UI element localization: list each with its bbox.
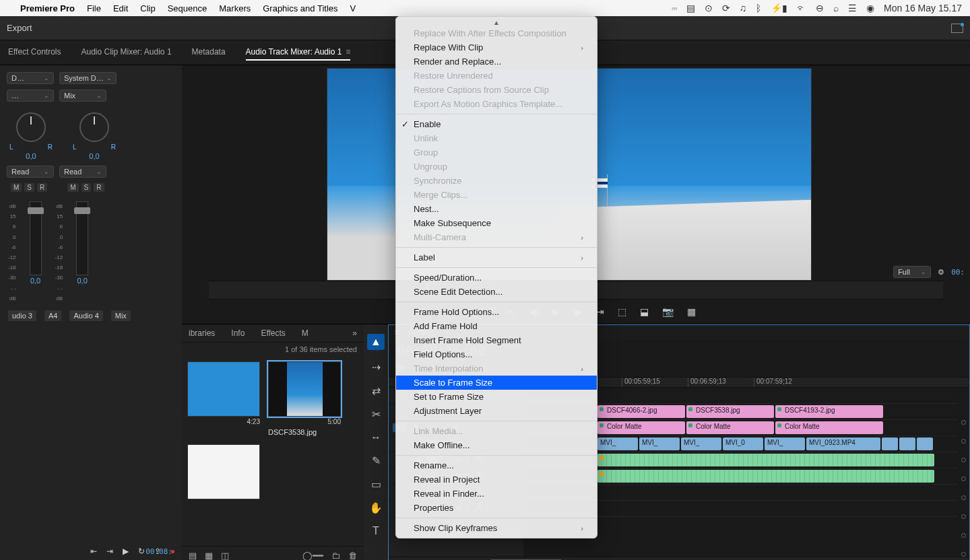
tab-effects[interactable]: Effects: [261, 328, 285, 338]
workspace-layout-icon[interactable]: [951, 24, 963, 33]
tab-libraries[interactable]: ibraries: [189, 328, 215, 338]
tab-audio-clip-mixer[interactable]: Audio Clip Mixer: Audio 1: [81, 44, 171, 61]
spotlight-icon[interactable]: ⌕: [833, 3, 839, 13]
fader-2[interactable]: [76, 201, 88, 275]
menu-file[interactable]: File: [87, 3, 101, 13]
send-dropdown-2[interactable]: Mix⌄: [59, 90, 106, 102]
track-select-tool-icon[interactable]: ⇢: [372, 361, 381, 374]
ctx-item[interactable]: Insert Frame Hold Segment: [396, 333, 597, 347]
scroll-up-icon[interactable]: ▲: [396, 20, 597, 26]
razor-tool-icon[interactable]: ✂: [372, 408, 381, 421]
extract-icon[interactable]: ⬓: [640, 306, 649, 317]
lift-icon[interactable]: ⬚: [618, 306, 626, 317]
ctx-item[interactable]: Label›: [396, 250, 597, 265]
timeline-hscroll[interactable]: [389, 557, 969, 560]
playback-icon[interactable]: ⊙: [705, 3, 713, 13]
pan-knob-1[interactable]: [16, 112, 46, 142]
icon-view-icon[interactable]: ▦: [205, 551, 213, 560]
output-dropdown-2[interactable]: System D…⌄: [59, 72, 117, 84]
automation-mode-1[interactable]: Read⌄: [7, 166, 54, 178]
siri-icon[interactable]: ◉: [866, 3, 874, 13]
ctx-item[interactable]: ✓Enable: [396, 117, 597, 131]
output-dropdown-1[interactable]: D…⌄: [7, 72, 54, 84]
ctx-item[interactable]: Speed/Duration...: [396, 271, 597, 285]
ctx-item[interactable]: Set to Frame Size: [396, 390, 597, 404]
list-view-icon[interactable]: ▤: [189, 551, 197, 560]
tab-more[interactable]: M: [302, 328, 309, 338]
freeform-view-icon[interactable]: ◫: [221, 551, 229, 560]
ctx-item[interactable]: Frame Hold Options...: [396, 305, 597, 319]
msr-buttons-2[interactable]: MSR: [67, 183, 104, 192]
app-name[interactable]: Premiere Pro: [20, 3, 75, 13]
menu-clip[interactable]: Clip: [140, 3, 155, 13]
ctx-item[interactable]: Add Frame Hold: [396, 319, 597, 333]
user-icon[interactable]: ⊖: [816, 3, 824, 13]
pan-value-1[interactable]: 0,0: [26, 152, 36, 160]
ctx-item[interactable]: Show Clip Keyframes›: [396, 521, 597, 535]
workspace-label[interactable]: Export: [7, 23, 32, 33]
clip[interactable]: DSCF4066-2.jpg: [597, 405, 685, 418]
ctx-item[interactable]: Render and Replace...: [396, 55, 597, 69]
ctx-item[interactable]: Adjustment Layer: [396, 404, 597, 418]
control-center-icon[interactable]: ☰: [848, 3, 857, 13]
headphones-icon[interactable]: ♫: [740, 3, 747, 13]
selection-tool-icon[interactable]: ▲: [367, 334, 385, 350]
menu-graphics[interactable]: Graphics and Titles: [263, 3, 337, 13]
ctx-item[interactable]: Scale to Frame Size: [396, 376, 597, 390]
go-to-out-icon[interactable]: ⇥: [106, 547, 113, 556]
clip[interactable]: MVI_0923.MP4: [806, 438, 880, 450]
new-bin-icon[interactable]: 🗀: [331, 551, 340, 560]
menu-markers[interactable]: Markers: [219, 3, 251, 13]
bin-item[interactable]: 5:00 DSCF3538.jpg: [268, 361, 341, 436]
clip[interactable]: Color Matte: [597, 421, 685, 434]
status-icon-2[interactable]: ▤: [686, 3, 695, 13]
type-tool-icon[interactable]: T: [373, 525, 379, 537]
send-dropdown-1[interactable]: …⌄: [7, 90, 54, 102]
clip[interactable]: Color Matte: [686, 421, 774, 434]
ctx-item[interactable]: Properties: [396, 501, 597, 515]
tab-effect-controls[interactable]: Effect Controls: [8, 44, 61, 61]
automation-mode-2[interactable]: Read⌄: [59, 166, 106, 178]
trash-icon[interactable]: 🗑: [348, 551, 357, 560]
rectangle-tool-icon[interactable]: ▭: [371, 478, 381, 491]
tab-metadata[interactable]: Metadata: [192, 44, 226, 61]
bluetooth-icon[interactable]: ᛒ: [756, 3, 761, 13]
msr-buttons-1[interactable]: MSR: [11, 183, 47, 192]
clip[interactable]: MVI_: [597, 438, 638, 450]
ripple-tool-icon[interactable]: ⇄: [372, 384, 381, 397]
loop-icon[interactable]: ↻: [138, 547, 145, 556]
resolution-dropdown[interactable]: Full⌄: [893, 266, 931, 278]
fader-1[interactable]: [30, 201, 42, 275]
status-icon-1[interactable]: ⎓: [672, 3, 677, 13]
sync-icon[interactable]: ⟳: [722, 3, 730, 13]
clip[interactable]: Color Matte: [775, 421, 883, 434]
bin-item[interactable]: [187, 444, 260, 499]
ctx-item[interactable]: Reveal in Project: [396, 473, 597, 487]
ctx-item[interactable]: Reveal in Finder...: [396, 487, 597, 501]
settings-icon[interactable]: ⚙: [938, 268, 944, 277]
clock[interactable]: Mon 16 May 15.17: [884, 3, 962, 13]
tab-info[interactable]: Info: [231, 328, 245, 338]
export-frame-icon[interactable]: 📷: [662, 306, 674, 317]
clip[interactable]: MVI_: [639, 438, 680, 450]
clip[interactable]: [882, 438, 898, 450]
tab-audio-track-mixer[interactable]: Audio Track Mixer: Audio 1≡: [246, 44, 351, 61]
ctx-item[interactable]: Make Subsequence: [396, 216, 597, 230]
clip[interactable]: [899, 438, 915, 450]
clip[interactable]: MVI_: [765, 438, 805, 450]
pan-value-2[interactable]: 0,0: [89, 152, 99, 160]
zoom-slider-icon[interactable]: ◯━━: [302, 551, 323, 560]
comparison-icon[interactable]: ▦: [687, 306, 696, 317]
audio-clip[interactable]: [597, 454, 934, 466]
clip[interactable]: [917, 438, 933, 450]
panel-menu-icon[interactable]: ≡: [346, 47, 350, 57]
menu-edit[interactable]: Edit: [113, 3, 128, 13]
pan-knob-2[interactable]: [79, 112, 109, 142]
bin-item[interactable]: 4:23: [187, 361, 260, 436]
clip[interactable]: MVI_0: [723, 438, 763, 450]
ctx-item[interactable]: Scene Edit Detection...: [396, 285, 597, 299]
hand-tool-icon[interactable]: ✋: [369, 501, 383, 514]
audio-clip[interactable]: [597, 470, 934, 483]
go-to-in-icon[interactable]: ⇤: [90, 547, 97, 556]
slip-tool-icon[interactable]: ↔: [370, 431, 381, 444]
